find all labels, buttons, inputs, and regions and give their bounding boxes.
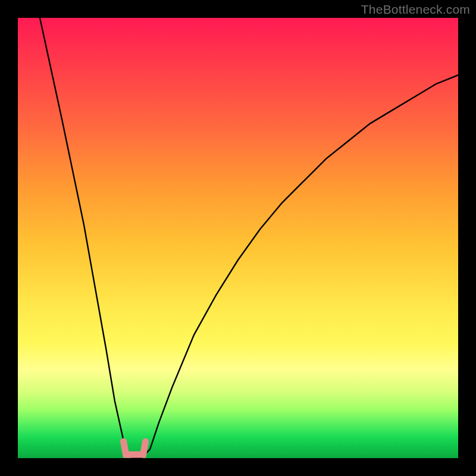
valley-marker-path: [124, 441, 146, 455]
curve-svg: [18, 18, 458, 458]
chart-frame: TheBottleneck.com: [0, 0, 476, 476]
watermark-text: TheBottleneck.com: [361, 2, 470, 17]
plot-area: [18, 18, 458, 458]
bottleneck-curve-path: [40, 18, 458, 458]
